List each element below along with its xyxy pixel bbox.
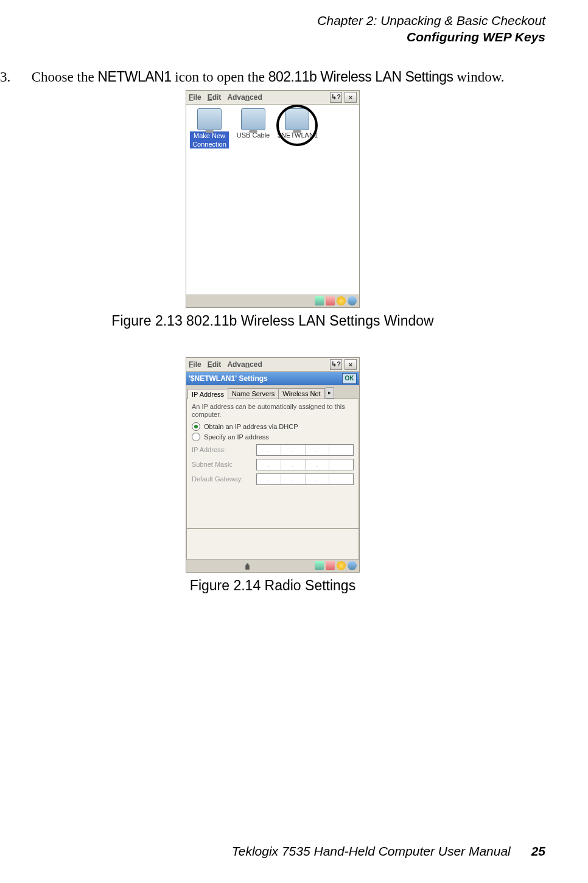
icon-label-makenew2: Connection — [190, 140, 229, 148]
tab-ip-address[interactable]: IP Address — [187, 389, 228, 399]
step-number: 3. — [0, 69, 28, 85]
tray-volume-icon-2[interactable] — [348, 561, 357, 570]
field-subnet-mask: Subnet Mask: ... — [192, 459, 354, 470]
connections-window: File Edit Advanced ↳? × Make New Connect… — [186, 90, 360, 308]
icon-make-new-connection[interactable]: Make New Connection — [190, 108, 229, 148]
ip-info-text: An IP address can be automatically assig… — [192, 403, 354, 419]
settings-title: '$NETWLAN1' Settings — [189, 374, 268, 383]
menu-bar-2: File Edit Advanced ↳? × — [186, 358, 359, 372]
radio-dhcp-label: Obtain an IP address via DHCP — [204, 423, 298, 430]
menu-bar: File Edit Advanced ↳? × — [186, 91, 359, 105]
field-ip-address: IP Address: ... — [192, 444, 354, 456]
tray-keyboard-icon-2[interactable] — [315, 561, 324, 570]
page-header: Chapter 2: Unpacking & Basic Checkout Co… — [0, 12, 545, 46]
figure-2-14-caption: Figure 2.14 Radio Settings — [0, 578, 545, 594]
tray-status-icon-2[interactable] — [337, 561, 346, 570]
menu-file[interactable]: File — [189, 93, 201, 102]
radio-specify[interactable] — [192, 433, 200, 441]
tab-name-servers[interactable]: Name Servers — [228, 388, 279, 399]
menu-advanced[interactable]: Advanced — [227, 93, 262, 102]
monitor-icon — [241, 108, 265, 130]
close-button-2[interactable]: × — [345, 359, 357, 370]
radio-dhcp[interactable] — [192, 422, 200, 431]
chapter-line: Chapter 2: Unpacking & Basic Checkout — [0, 12, 545, 29]
tab-wireless-net[interactable]: Wireless Net — [278, 388, 324, 399]
help-button-2[interactable]: ↳? — [330, 359, 342, 370]
input-default-gateway[interactable]: ... — [256, 473, 354, 485]
monitor-icon — [197, 108, 222, 130]
lock-icon — [243, 562, 251, 570]
page-number: 25 — [531, 844, 545, 858]
taskbar — [186, 295, 359, 307]
panel-gap — [186, 529, 359, 559]
label-subnet: Subnet Mask: — [192, 461, 253, 468]
ip-address-panel: An IP address can be automatically assig… — [186, 399, 359, 529]
icon-netwlan1[interactable]: $NETWLAN1 — [278, 108, 317, 139]
highlight-circle — [276, 105, 318, 146]
tray-network-icon[interactable] — [326, 296, 335, 305]
menu-advanced-2[interactable]: Advanced — [227, 360, 262, 369]
settings-tabs: IP Address Name Servers Wireless Net ▸ — [186, 385, 359, 399]
page-footer: Teklogix 7535 Hand-Held Computer User Ma… — [232, 844, 545, 859]
tray-status-icon[interactable] — [337, 296, 346, 305]
field-default-gateway: Default Gateway: ... — [192, 473, 354, 485]
close-button[interactable]: × — [345, 92, 357, 103]
kw-settings: 802.11b Wireless LAN Settings — [268, 69, 453, 85]
menu-edit-2[interactable]: Edit — [208, 360, 222, 369]
ok-button[interactable]: OK — [342, 373, 357, 384]
footer-text: Teklogix 7535 Hand-Held Computer User Ma… — [232, 844, 511, 858]
label-ip: IP Address: — [192, 446, 253, 453]
connections-content: Make New Connection USB Cable $NETWLAN1 — [186, 105, 359, 295]
tray-keyboard-icon[interactable] — [315, 296, 324, 305]
icon-label-makenew1: Make New — [190, 131, 229, 140]
radio-specify-label: Specify an IP address — [204, 433, 269, 441]
radio-dhcp-row[interactable]: Obtain an IP address via DHCP — [192, 422, 354, 431]
settings-window: File Edit Advanced ↳? × '$NETWLAN1' Sett… — [186, 357, 360, 573]
radio-specify-row[interactable]: Specify an IP address — [192, 433, 354, 441]
section-line: Configuring WEP Keys — [0, 29, 545, 45]
kw-netwlan1: NETWLAN1 — [97, 69, 171, 85]
settings-titlebar: '$NETWLAN1' Settings OK — [186, 372, 359, 385]
menu-file-2[interactable]: File — [189, 360, 201, 369]
icon-usb-cable[interactable]: USB Cable — [234, 108, 273, 139]
figure-2-13-caption: Figure 2.13 802.11b Wireless LAN Setting… — [0, 313, 545, 329]
label-gateway: Default Gateway: — [192, 475, 253, 483]
help-button[interactable]: ↳? — [330, 92, 342, 103]
tray-network-icon-2[interactable] — [326, 561, 335, 570]
menu-edit[interactable]: Edit — [208, 93, 222, 102]
taskbar-2 — [186, 559, 359, 572]
tab-scroll-right[interactable]: ▸ — [326, 387, 334, 399]
tray-volume-icon[interactable] — [348, 296, 357, 305]
input-subnet-mask[interactable]: ... — [256, 459, 354, 470]
input-ip-address[interactable]: ... — [256, 444, 354, 456]
step-3-text: 3. Choose the NETWLAN1 icon to open the … — [0, 69, 545, 85]
